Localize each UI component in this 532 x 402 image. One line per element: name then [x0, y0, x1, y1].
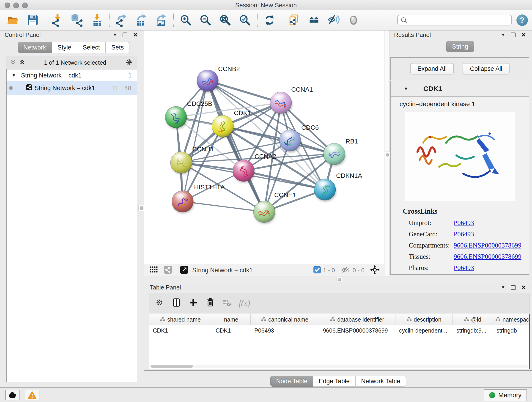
network-node-CCNA1[interactable]	[270, 92, 292, 115]
hidden-eye-icon[interactable]	[341, 266, 350, 274]
tab-select[interactable]: Select	[77, 42, 106, 53]
hide-unhide-icon[interactable]	[324, 12, 344, 28]
zoom-in-icon[interactable]	[176, 12, 196, 28]
export-table-icon[interactable]	[132, 12, 151, 28]
column-header-canonical-name[interactable]: canonical name	[251, 314, 319, 325]
column-header--id[interactable]: @id	[453, 314, 493, 325]
first-neighbors-icon[interactable]	[304, 12, 324, 28]
hscrollbar-thumb[interactable]	[151, 365, 193, 368]
tree-expand-icon[interactable]: ▼	[12, 73, 16, 78]
selected-checkbox-icon[interactable]	[313, 266, 321, 274]
copy-current-style-icon[interactable]	[285, 12, 304, 28]
tab-edge-table[interactable]: Edge Table	[313, 376, 355, 387]
save-session-icon[interactable]	[23, 12, 43, 28]
table-cell[interactable]: P06493	[251, 327, 319, 334]
network-node-CDKN1A[interactable]	[314, 179, 336, 202]
right-splitter-handle[interactable]	[385, 152, 390, 158]
crosslink-row: Tissues: 9606.ENSP00000378699	[403, 253, 529, 260]
table-cell[interactable]: CDK1	[212, 327, 251, 334]
help-button[interactable]: ?	[516, 14, 528, 26]
table-hscrollbar[interactable]	[150, 365, 528, 368]
crosslink-link[interactable]: 9606.ENSP00000378699	[454, 253, 521, 260]
column-header-shared-name[interactable]: shared name	[149, 314, 212, 325]
show-columns-icon[interactable]	[171, 298, 181, 308]
network-node-CDK1[interactable]	[212, 115, 234, 138]
view-app-icon[interactable]	[164, 265, 172, 275]
tab-sets[interactable]: Sets	[106, 42, 129, 53]
network-row-selected[interactable]: String Network – cdk1 11 48	[7, 81, 137, 95]
refresh-icon[interactable]	[260, 12, 279, 28]
network-node-RB1[interactable]	[323, 143, 346, 166]
network-edge-CCNA2-CDKN1A[interactable]	[244, 171, 325, 190]
network-node-CDC25B[interactable]	[165, 106, 187, 129]
network-node-HIST1H1A[interactable]	[172, 191, 194, 214]
tab-style[interactable]: Style	[52, 42, 77, 53]
crosslink-link[interactable]: 9606.ENSP00000378699	[454, 242, 521, 249]
panel-float-icon[interactable]	[511, 32, 515, 37]
horizontal-splitter-handle[interactable]	[336, 277, 343, 282]
delete-column-icon[interactable]	[205, 298, 215, 308]
column-header-description[interactable]: description	[395, 314, 453, 325]
gene-header[interactable]: ▼ CDK1	[391, 81, 529, 97]
crosslink-link[interactable]: P06493	[454, 219, 474, 227]
column-header-name[interactable]: name	[212, 314, 251, 325]
panel-menu-icon[interactable]: ▼	[113, 32, 117, 37]
column-header-database-identifier[interactable]: database identifier	[319, 314, 395, 325]
table-options-gear-icon[interactable]	[154, 298, 165, 308]
crosslink-link[interactable]: P06493	[454, 264, 474, 272]
zoom-fit-icon[interactable]	[215, 12, 235, 28]
import-network-icon[interactable]	[48, 12, 67, 28]
panel-menu-icon[interactable]: ▼	[501, 32, 505, 37]
table-header-row: shared namenamecanonical namedatabase id…	[149, 314, 529, 325]
export-network-icon[interactable]	[112, 12, 132, 28]
collapse-all-button[interactable]: Collapse All	[462, 63, 510, 75]
tab-network[interactable]: Network	[18, 42, 52, 53]
table-cell[interactable]: cyclin-dependent ...	[395, 327, 453, 334]
tab-network-table[interactable]: Network Table	[355, 376, 406, 387]
tab-string[interactable]: String	[446, 41, 474, 52]
create-column-icon[interactable]	[188, 298, 198, 308]
right-splitter[interactable]	[384, 31, 389, 276]
table-cell[interactable]: CDK1	[149, 327, 212, 334]
network-node-CCNB2[interactable]	[197, 70, 219, 93]
crosslink-link[interactable]: P06493	[454, 230, 474, 238]
table-row[interactable]: CDK1CDK1P064939606.ENSP00000378699cyclin…	[149, 325, 529, 336]
panel-float-icon[interactable]	[123, 32, 127, 37]
table-cell[interactable]: stringdb	[493, 327, 530, 334]
network-options-gear-icon[interactable]	[124, 57, 134, 68]
import-table-icon[interactable]	[87, 12, 107, 28]
fit-crosshair-icon[interactable]	[370, 265, 380, 275]
network-edge-HIST1H1A-CCNE1[interactable]	[183, 201, 264, 212]
panel-menu-icon[interactable]: ▼	[501, 285, 505, 290]
tab-node-table[interactable]: Node Table	[270, 376, 313, 387]
memory-button[interactable]: Memory	[484, 389, 527, 401]
collapse-all-icon[interactable]	[9, 58, 17, 67]
warning-button[interactable]	[25, 390, 39, 400]
table-cell[interactable]: 9606.ENSP00000378699	[319, 327, 395, 334]
network-node-CCNA2[interactable]	[233, 160, 255, 183]
birdseye-toggle-icon[interactable]	[180, 265, 189, 275]
panel-close-icon[interactable]: ✕	[521, 284, 526, 291]
node-label-CDK1: CDK1	[234, 109, 251, 116]
panel-float-icon[interactable]	[511, 285, 515, 290]
zoom-out-icon[interactable]	[196, 12, 215, 28]
horizontal-splitter[interactable]	[144, 276, 532, 283]
panel-close-icon[interactable]: ✕	[133, 32, 138, 38]
network-collection-row[interactable]: ▼ String Network – cdk1 1	[7, 70, 137, 81]
import-database-icon[interactable]	[67, 12, 87, 28]
expand-all-button[interactable]: Expand All	[410, 63, 454, 75]
column-header-namespac[interactable]: namespac	[493, 314, 530, 325]
open-session-icon[interactable]	[3, 12, 23, 28]
zoom-selected-icon[interactable]	[235, 12, 255, 28]
expand-all-icon[interactable]	[18, 58, 26, 67]
network-canvas[interactable]: CCNB2CCNA1CDC25BCDK1CDC6RB1CCNB1CCNA2CDK…	[144, 31, 384, 264]
cloud-button[interactable]	[5, 390, 20, 400]
node-label-CCNB1: CCNB1	[192, 146, 214, 153]
left-splitter-handle[interactable]	[138, 205, 144, 211]
gene-collapse-icon[interactable]: ▼	[404, 86, 408, 91]
table-cell[interactable]: stringdb:9...	[453, 327, 493, 334]
grid-mode-icon[interactable]	[149, 266, 158, 274]
panel-close-icon[interactable]: ✕	[521, 32, 526, 38]
search-input[interactable]	[397, 15, 512, 26]
export-image-icon[interactable]	[151, 12, 171, 28]
